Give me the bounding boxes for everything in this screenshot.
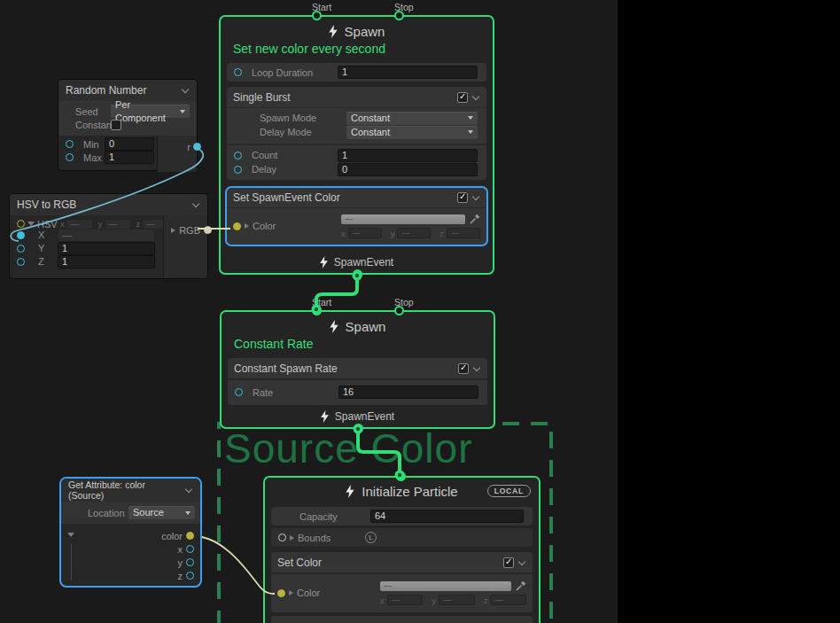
x-output-port[interactable] <box>186 545 194 553</box>
bounds-block[interactable]: Bounds L <box>271 528 533 547</box>
constant-spawn-rate-collapse-icon[interactable] <box>473 363 480 370</box>
spawnevent-output: SpawnEvent <box>222 410 494 423</box>
set-spawnevent-color-header[interactable]: Set SpawnEvent Color <box>227 188 486 207</box>
z-output-port[interactable] <box>186 572 194 580</box>
color-x-field[interactable]: — <box>387 595 424 605</box>
single-burst-header[interactable]: Single Burst <box>227 87 486 107</box>
stop-flow-port[interactable] <box>394 306 404 315</box>
graph-canvas[interactable]: Source Color Start Stop Spawn Set new co… <box>0 0 618 623</box>
context-subtitle[interactable]: Set new color every second <box>221 39 493 60</box>
hsv-to-rgb-node[interactable]: HSV to RGB RGB HSV x— y— z— X <box>9 193 208 279</box>
stop-flow-port[interactable] <box>394 11 404 20</box>
eyedropper-icon[interactable] <box>516 580 526 591</box>
z-field[interactable]: 1 <box>58 255 155 269</box>
eyedropper-icon[interactable] <box>470 214 480 224</box>
count-port[interactable] <box>234 152 242 160</box>
start-flow-port[interactable] <box>312 11 322 20</box>
constant-label: Constant <box>75 120 111 130</box>
min-port[interactable] <box>66 140 74 148</box>
color-y-field[interactable]: — <box>439 595 475 605</box>
min-field[interactable]: 0 <box>105 137 154 151</box>
spawn-context-rate[interactable]: Start Stop Spawn Constant Rate Constant … <box>220 310 495 429</box>
location-dropdown[interactable]: Source <box>128 506 195 519</box>
y-label: Y <box>38 243 58 253</box>
loop-duration-port[interactable] <box>234 68 242 76</box>
delay-port[interactable] <box>234 166 242 174</box>
expand-right-icon[interactable] <box>289 590 293 596</box>
color-swatch-field[interactable]: — <box>341 214 465 224</box>
z-input-port[interactable] <box>17 258 25 266</box>
expand-down-icon[interactable] <box>67 533 74 537</box>
capacity-field[interactable]: 64 <box>370 510 524 523</box>
set-color-checkbox[interactable] <box>503 557 514 568</box>
seed-dropdown[interactable]: Per Component <box>111 105 190 118</box>
constant-spawn-rate-checkbox[interactable] <box>458 363 469 374</box>
node-collapse-icon[interactable] <box>192 200 199 207</box>
context-titlebar[interactable]: Spawn <box>222 312 494 334</box>
r-output-port[interactable] <box>193 143 201 151</box>
loop-duration-field[interactable]: 1 <box>338 66 478 79</box>
spawnevent-output-port[interactable] <box>354 424 363 433</box>
y-output-port[interactable] <box>186 558 194 566</box>
initialize-input-port[interactable] <box>396 471 406 481</box>
spawnevent-output-port[interactable] <box>353 269 362 279</box>
expand-right-icon[interactable] <box>171 228 175 233</box>
constant-spawn-rate-block[interactable]: Constant Spawn Rate Rate 16 <box>228 358 487 405</box>
hsv-to-rgb-titlebar[interactable]: HSV to RGB <box>10 194 207 215</box>
color-y-field[interactable]: — <box>397 228 431 238</box>
x-input-port[interactable] <box>17 231 25 239</box>
y-input-port[interactable] <box>17 245 25 253</box>
set-spawnevent-color-collapse-icon[interactable] <box>472 193 479 200</box>
max-port[interactable] <box>66 153 74 161</box>
single-burst-checkbox[interactable] <box>457 92 468 103</box>
capacity-block[interactable]: Capacity 64 <box>271 507 533 526</box>
single-burst-block[interactable]: Single Burst Spawn Mode Constant Delay M… <box>227 87 486 180</box>
context-subtitle[interactable]: Constant Rate <box>222 334 494 355</box>
y-field[interactable]: 1 <box>58 242 155 255</box>
set-color-collapse-icon[interactable] <box>518 557 525 565</box>
constant-checkbox[interactable] <box>111 120 121 130</box>
color-z-field[interactable]: — <box>490 595 526 605</box>
expand-down-icon[interactable] <box>27 222 35 226</box>
single-burst-collapse-icon[interactable] <box>472 92 479 99</box>
rgb-output-port[interactable] <box>204 226 212 234</box>
color-x-field[interactable]: — <box>348 228 382 238</box>
hsv-x-field[interactable]: — <box>66 219 93 230</box>
rate-port[interactable] <box>235 388 243 396</box>
spawn-context-color[interactable]: Start Stop Spawn Set new color every sec… <box>219 15 494 275</box>
color-output-port[interactable] <box>186 532 194 540</box>
expand-right-icon[interactable] <box>245 223 249 229</box>
node-collapse-icon[interactable] <box>182 86 189 93</box>
next-block-partial[interactable] <box>271 616 533 623</box>
spawn-mode-dropdown[interactable]: Constant <box>346 112 478 125</box>
local-bounds-icon[interactable]: L <box>365 532 377 543</box>
color-input-port[interactable] <box>233 222 241 230</box>
constant-spawn-rate-header[interactable]: Constant Spawn Rate <box>228 358 487 378</box>
node-collapse-icon[interactable] <box>185 486 192 493</box>
start-flow-port[interactable] <box>312 306 322 315</box>
color-swatch-field[interactable]: — <box>380 581 511 591</box>
max-field[interactable]: 1 <box>105 151 154 164</box>
group-title[interactable]: Source Color <box>224 424 472 472</box>
get-attribute-titlebar[interactable]: Get Attribute: color (Source) <box>61 479 200 502</box>
get-attribute-node[interactable]: Get Attribute: color (Source) Location S… <box>59 477 202 588</box>
set-color-block[interactable]: Set Color Color — x— <box>271 552 533 612</box>
set-color-header[interactable]: Set Color <box>271 552 533 572</box>
context-titlebar[interactable]: Spawn <box>221 17 493 39</box>
set-spawnevent-color-block[interactable]: Set SpawnEvent Color Color — x <box>225 186 488 246</box>
count-field[interactable]: 1 <box>338 149 478 162</box>
delay-mode-dropdown[interactable]: Constant <box>346 126 478 139</box>
hsv-y-field[interactable]: — <box>105 219 131 230</box>
loop-duration-block[interactable]: Loop Duration 1 <box>227 63 486 82</box>
color-z-field[interactable]: — <box>447 228 480 238</box>
hsv-input-port[interactable] <box>17 220 25 228</box>
expand-right-icon[interactable] <box>290 535 294 541</box>
random-number-node[interactable]: Random Number Seed Per Component Constan… <box>58 79 198 171</box>
bounds-port[interactable] <box>278 533 286 541</box>
x-field[interactable]: — <box>58 229 155 242</box>
delay-field[interactable]: 0 <box>338 163 478 176</box>
initialize-particle-node[interactable]: Initialize Particle LOCAL Capacity 64 Bo… <box>263 476 541 623</box>
rate-field[interactable]: 16 <box>338 385 478 399</box>
color-input-port[interactable] <box>277 589 285 597</box>
set-spawnevent-color-checkbox[interactable] <box>457 192 468 203</box>
